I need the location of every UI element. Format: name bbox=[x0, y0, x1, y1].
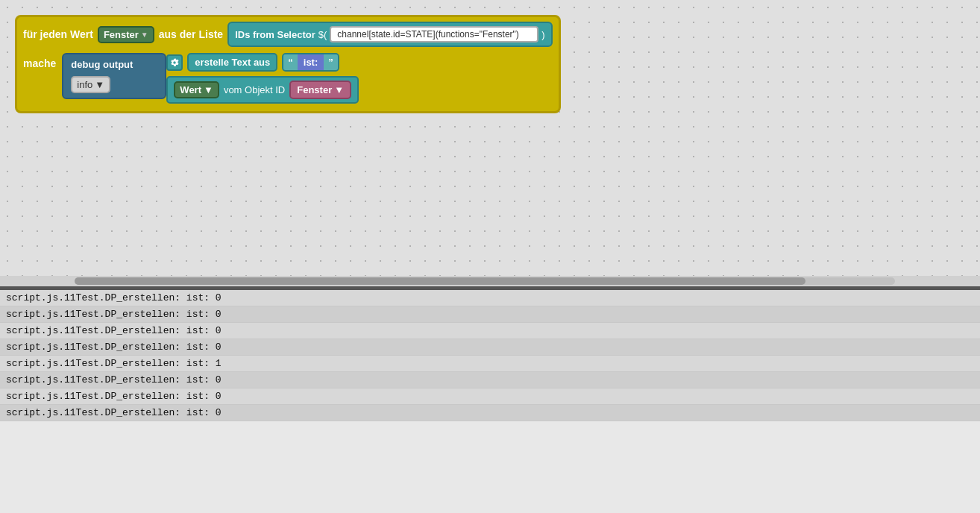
debug-output-block: debug output info ▼ bbox=[62, 53, 166, 99]
console-row: script.js.11Test.DP_erstellen: ist: 0 bbox=[0, 372, 980, 388]
erstelle-text-block: erstelle Text aus “ ist: ” Wert ▼ bbox=[166, 53, 359, 104]
console-row: script.js.11Test.DP_erstellen: ist: 0 bbox=[0, 323, 980, 339]
scrollbar-track bbox=[75, 277, 895, 285]
info-dropdown-label: info bbox=[77, 79, 92, 90]
debug-output-label: debug output bbox=[71, 59, 133, 70]
erstelle-text-label: erstelle Text aus bbox=[187, 53, 277, 72]
console-row: script.js.11Test.DP_erstellen: ist: 0 bbox=[0, 388, 980, 405]
canvas-area: für jeden Wert Fenster ▼ aus der Liste I… bbox=[0, 0, 980, 276]
quote-open: “ bbox=[283, 54, 298, 70]
console-row: script.js.11Test.DP_erstellen: ist: 1 bbox=[0, 356, 980, 372]
ids-from-selector-block: IDs from Selector $( channel[state.id=ST… bbox=[227, 22, 553, 47]
info-dropdown[interactable]: info ▼ bbox=[71, 76, 110, 93]
fenster-value-label: Fenster bbox=[297, 84, 332, 95]
wert-dropdown[interactable]: Wert ▼ bbox=[174, 81, 219, 98]
wert-dropdown-label: Wert bbox=[180, 84, 201, 95]
fenster-value-dropdown[interactable]: Fenster ▼ bbox=[289, 81, 351, 99]
ist-label: ist: bbox=[298, 54, 324, 70]
loop-body: mache debug output info ▼ bbox=[23, 53, 553, 104]
erstelle-header: erstelle Text aus “ ist: ” bbox=[166, 53, 339, 72]
console-area: script.js.11Test.DP_erstellen: ist: 0scr… bbox=[0, 290, 980, 421]
info-dropdown-arrow: ▼ bbox=[95, 79, 104, 90]
wert-dropdown-arrow: ▼ bbox=[204, 84, 213, 95]
outer-loop-block: für jeden Wert Fenster ▼ aus der Liste I… bbox=[15, 15, 561, 113]
wert-objekt-block: Wert ▼ vom Objekt ID Fenster ▼ bbox=[166, 76, 359, 104]
quote-ist-block: “ ist: ” bbox=[282, 53, 339, 72]
horizontal-scrollbar[interactable] bbox=[0, 276, 980, 286]
dollar-paren: $( bbox=[318, 29, 327, 40]
console-row: script.js.11Test.DP_erstellen: ist: 0 bbox=[0, 306, 980, 323]
console-row: script.js.11Test.DP_erstellen: ist: 0 bbox=[0, 405, 980, 421]
scrollbar-thumb[interactable] bbox=[75, 277, 805, 285]
console-row: script.js.11Test.DP_erstellen: ist: 0 bbox=[0, 339, 980, 356]
fenster-dropdown-arrow: ▼ bbox=[141, 31, 148, 39]
fenster-dropdown-label: Fenster bbox=[104, 29, 139, 40]
console-row: script.js.11Test.DP_erstellen: ist: 0 bbox=[0, 290, 980, 306]
mache-label: mache bbox=[23, 57, 56, 69]
ids-from-selector-label: IDs from Selector bbox=[235, 29, 315, 40]
fur-jeden-wert-label: für jeden Wert bbox=[23, 28, 93, 40]
selector-input[interactable]: channel[state.id=STATE](functions="Fenst… bbox=[330, 26, 538, 43]
wert-row: Wert ▼ vom Objekt ID Fenster ▼ bbox=[166, 76, 359, 104]
loop-header: für jeden Wert Fenster ▼ aus der Liste I… bbox=[23, 22, 553, 47]
gear-button[interactable] bbox=[166, 54, 183, 71]
fenster-dropdown[interactable]: Fenster ▼ bbox=[98, 26, 154, 43]
quote-close: ” bbox=[324, 54, 338, 70]
aus-der-liste-label: aus der Liste bbox=[159, 28, 223, 40]
fenster-value-arrow: ▼ bbox=[334, 84, 344, 95]
vom-objekt-id-label: vom Objekt ID bbox=[224, 84, 285, 95]
close-paren: ) bbox=[541, 29, 544, 40]
